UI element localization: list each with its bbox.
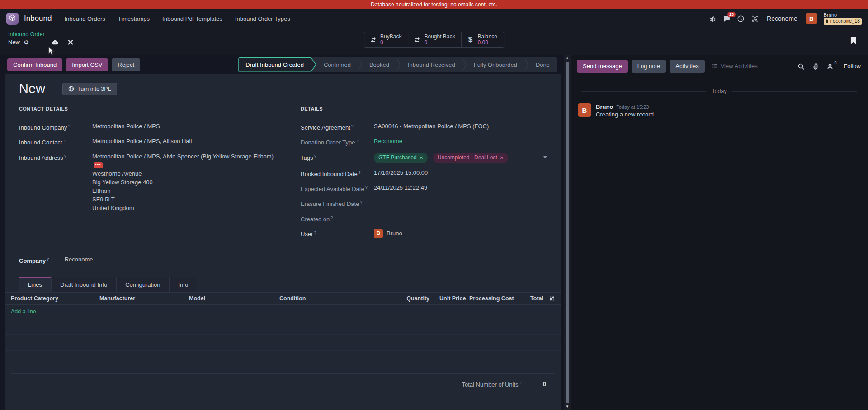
status-step-fully-onboarded[interactable]: Fully Onboarded bbox=[467, 57, 524, 72]
service-agreement-value[interactable]: SA00046 - Metropolitan Police / MPS (FOC… bbox=[374, 122, 547, 130]
address-more-icon[interactable]: ••• bbox=[94, 162, 103, 168]
donation-order-type-value[interactable]: Reconome bbox=[374, 137, 547, 145]
status-step-confirmed[interactable]: Confirmed bbox=[316, 57, 358, 72]
expected-available-date-value[interactable]: 24/11/2025 12:22:49 bbox=[374, 184, 547, 191]
discard-icon[interactable] bbox=[67, 39, 74, 46]
section-title: DETAILS bbox=[301, 106, 547, 115]
col-model[interactable]: Model bbox=[189, 295, 279, 302]
col-processing-cost[interactable]: Processing Cost bbox=[469, 295, 528, 302]
log-note-button[interactable]: Log note bbox=[632, 60, 666, 73]
turn-into-3pl-button[interactable]: Turn into 3PL bbox=[62, 83, 117, 95]
tab-info[interactable]: Info bbox=[169, 277, 197, 292]
navbar-right: 13 Reconome B Bruno reconome_18 bbox=[709, 12, 862, 25]
chevron-separator-icon bbox=[396, 57, 401, 72]
app-name[interactable]: Inbound bbox=[24, 14, 52, 23]
breadcrumb: Inbound Order New ⚙ bbox=[8, 31, 74, 46]
record-title: New bbox=[19, 81, 45, 96]
confirm-inbound-button[interactable]: Confirm Inbound bbox=[7, 58, 62, 71]
user-field[interactable]: B Bruno bbox=[374, 229, 547, 238]
status-step-inbound-received[interactable]: Inbound Received bbox=[401, 57, 462, 72]
message-count-badge: 13 bbox=[727, 12, 736, 17]
vertical-scrollbar[interactable]: ▲ ▼ bbox=[564, 55, 571, 410]
view-activities-button[interactable]: View Activities bbox=[711, 63, 758, 70]
add-a-line-link[interactable]: Add a line bbox=[11, 308, 36, 315]
table-row bbox=[5, 335, 561, 351]
tag-pill[interactable]: Uncompleted - Deal Lost✕ bbox=[433, 153, 508, 163]
tools-icon[interactable] bbox=[751, 15, 759, 23]
scroll-down-icon[interactable]: ▼ bbox=[566, 405, 569, 409]
stat-buttons: BuyBack 0 Bought Back 0 $ Balance 0.00 bbox=[364, 32, 504, 48]
col-quantity[interactable]: Quantity bbox=[363, 295, 429, 302]
action-row: Confirm Inbound Import CSV Reject Draft … bbox=[0, 55, 564, 74]
status-step-active[interactable]: Draft Inbound Created bbox=[238, 57, 316, 72]
record-gear-icon[interactable]: ⚙ bbox=[24, 39, 29, 46]
import-csv-button[interactable]: Import CSV bbox=[66, 58, 108, 71]
col-total[interactable]: Total bbox=[528, 295, 543, 302]
debug-bug-icon[interactable] bbox=[709, 15, 717, 23]
tab-draft-inbound-info[interactable]: Draft Inbound Info bbox=[51, 277, 116, 292]
menu-timestamps[interactable]: Timestamps bbox=[113, 13, 154, 25]
follow-button[interactable]: Follow bbox=[844, 63, 861, 70]
address-line: Big Yellow Storage 400 bbox=[92, 178, 279, 186]
status-step-booked[interactable]: Booked bbox=[362, 57, 396, 72]
form-sheet: New Turn into 3PL CONTACT DETAILS Inboun… bbox=[5, 74, 561, 410]
user-menu[interactable]: Bruno reconome_18 bbox=[824, 12, 862, 25]
menu-inbound-order-types[interactable]: Inbound Order Types bbox=[231, 13, 295, 25]
attachment-paperclip-icon[interactable] bbox=[812, 63, 819, 70]
day-label: Today bbox=[712, 88, 726, 94]
column-settings-icon[interactable] bbox=[543, 295, 555, 302]
status-step-done[interactable]: Done bbox=[528, 57, 557, 72]
followers-icon[interactable]: 0 bbox=[826, 63, 834, 70]
booked-inbound-date-value[interactable]: 17/10/2025 15:00:00 bbox=[374, 169, 547, 177]
help-marker: ? bbox=[519, 381, 522, 385]
app-logo[interactable] bbox=[6, 13, 19, 25]
help-marker: ? bbox=[64, 154, 66, 158]
menu-inbound-orders[interactable]: Inbound Orders bbox=[60, 13, 109, 25]
send-message-button[interactable]: Send message bbox=[577, 60, 628, 73]
breadcrumb-parent-link[interactable]: Inbound Order bbox=[8, 31, 74, 37]
tab-lines[interactable]: Lines bbox=[19, 277, 51, 292]
dropdown-caret-icon[interactable] bbox=[543, 156, 547, 158]
col-product-category[interactable]: Product Category bbox=[11, 295, 99, 302]
company-switcher[interactable]: Reconome bbox=[767, 15, 797, 22]
user-avatar[interactable]: B bbox=[806, 13, 817, 24]
reject-button[interactable]: Reject bbox=[112, 58, 140, 71]
tag-remove-icon[interactable]: ✕ bbox=[420, 154, 423, 162]
activities-clock-icon[interactable] bbox=[737, 15, 745, 23]
globe-icon bbox=[68, 86, 74, 92]
tags-field[interactable]: GTF Purchased✕ Uncompleted - Deal Lost✕ bbox=[374, 153, 547, 163]
col-manufacturer[interactable]: Manufacturer bbox=[99, 295, 189, 302]
stat-label: BuyBack bbox=[380, 34, 401, 40]
lines-table: Product Category Manufacturer Model Cond… bbox=[5, 293, 561, 410]
inbound-address-label: Inbound Address? bbox=[19, 153, 88, 162]
buyback-stat-button[interactable]: BuyBack 0 bbox=[364, 32, 408, 47]
save-cloud-icon[interactable] bbox=[52, 39, 59, 46]
user-name: Bruno bbox=[824, 12, 862, 18]
message-author[interactable]: Bruno bbox=[596, 103, 613, 110]
tag-remove-icon[interactable]: ✕ bbox=[500, 154, 504, 162]
company-value[interactable]: Reconome bbox=[65, 256, 93, 265]
tab-configuration[interactable]: Configuration bbox=[116, 277, 169, 292]
notebook-tabs: Lines Draft Inbound Info Configuration I… bbox=[5, 277, 561, 293]
tag-pill[interactable]: GTF Purchased✕ bbox=[374, 153, 428, 163]
col-unit-price[interactable]: Unit Price bbox=[429, 295, 469, 302]
col-condition[interactable]: Condition bbox=[279, 295, 363, 302]
messages-icon[interactable]: 13 bbox=[723, 15, 731, 23]
bought-back-stat-button[interactable]: Bought Back 0 bbox=[408, 32, 462, 47]
contact-details-section: CONTACT DETAILS Inbound Company? Metropo… bbox=[19, 106, 279, 244]
inbound-company-value[interactable]: Metropolitan Police / MPS bbox=[92, 122, 279, 130]
help-marker: ? bbox=[360, 200, 362, 205]
bookmark-icon[interactable] bbox=[850, 37, 856, 45]
activities-button[interactable]: Activities bbox=[670, 60, 704, 73]
add-line-row: Add a line bbox=[5, 305, 561, 318]
inbound-company-label: Inbound Company? bbox=[19, 122, 88, 131]
database-badge: reconome_18 bbox=[824, 18, 862, 25]
scroll-up-icon[interactable]: ▲ bbox=[566, 56, 569, 61]
menu-inbound-pdf-templates[interactable]: Inbound Pdf Templates bbox=[158, 13, 227, 25]
message-avatar[interactable]: B bbox=[578, 103, 591, 117]
search-messages-icon[interactable] bbox=[797, 63, 805, 70]
inbound-contact-value[interactable]: Metropolitan Police / MPS, Allison Hall bbox=[92, 137, 279, 145]
scrollbar-thumb[interactable] bbox=[566, 62, 569, 403]
inbound-address-value[interactable]: Metropolitan Police / MPS, Alvin Spencer… bbox=[92, 153, 279, 212]
balance-stat-button[interactable]: $ Balance 0.00 bbox=[462, 32, 504, 47]
